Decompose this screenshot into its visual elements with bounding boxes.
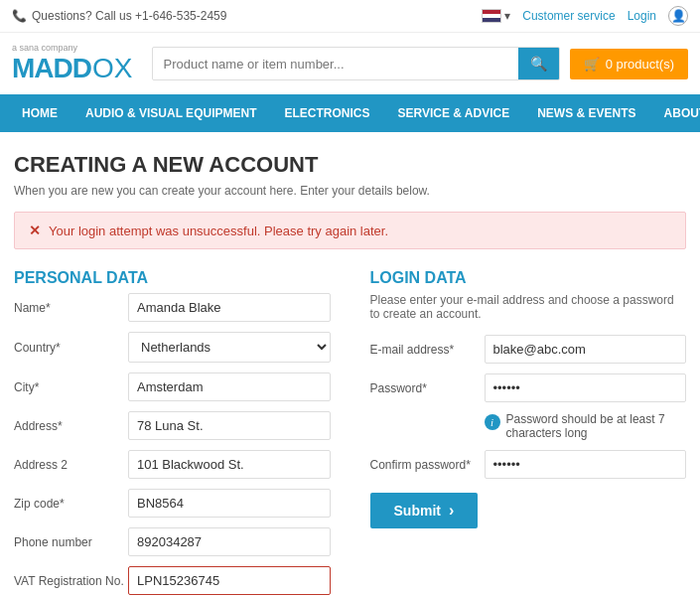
email-input[interactable]: [485, 335, 687, 364]
login-data-desc: Please enter your e-mail address and cho…: [370, 293, 687, 321]
flag-icon: [482, 9, 501, 23]
cart-icon: 🛒: [584, 57, 600, 72]
zipcode-row: Zip code*: [14, 489, 331, 518]
vat-row: VAT Registration No.: [14, 566, 331, 595]
submit-arrow-icon: ›: [449, 502, 454, 520]
search-bar: 🔍: [152, 47, 559, 80]
phone-text: Questions? Call us +1-646-535-2459: [32, 9, 226, 23]
email-label: E-mail address*: [370, 343, 485, 357]
password-label: Password*: [370, 381, 485, 395]
city-label: City*: [14, 380, 128, 394]
confirm-password-input[interactable]: [485, 450, 687, 479]
nav-item-about[interactable]: ABOUT US: [650, 94, 700, 132]
customer-service-link[interactable]: Customer service: [522, 9, 615, 23]
password-input[interactable]: [485, 373, 687, 402]
flag-dropdown-icon: ▾: [504, 9, 510, 23]
personal-data-section: PERSONAL DATA Name* Country* Netherlands…: [14, 269, 331, 596]
nav-item-electronics[interactable]: ELECTRONICS: [270, 94, 383, 132]
password-hint: Password should be at least 7 characters…: [506, 412, 687, 440]
nav-item-audio[interactable]: AUDIO & VISUAL EQUIPMENT: [71, 94, 270, 132]
name-input[interactable]: [128, 293, 331, 322]
top-bar-right: ▾ Customer service Login 👤: [482, 6, 688, 26]
error-icon: ✕: [29, 223, 41, 238]
login-data-section: LOGIN DATA Please enter your e-mail addr…: [370, 269, 687, 596]
logo[interactable]: MADDOX: [12, 53, 132, 84]
error-banner: ✕ Your login attempt was unsuccessful. P…: [14, 212, 686, 249]
city-row: City*: [14, 372, 331, 401]
personal-data-title: PERSONAL DATA: [14, 269, 331, 287]
search-input[interactable]: [153, 49, 517, 79]
country-select[interactable]: Netherlands: [128, 332, 331, 363]
name-row: Name*: [14, 293, 331, 322]
top-bar: 📞 Questions? Call us +1-646-535-2459 ▾ C…: [0, 0, 700, 33]
top-bar-left: 📞 Questions? Call us +1-646-535-2459: [12, 9, 226, 23]
password-hint-row: i Password should be at least 7 characte…: [370, 412, 687, 440]
page-subtitle: When you are new you can create your acc…: [14, 184, 686, 198]
city-input[interactable]: [128, 372, 331, 401]
confirm-password-row: Confirm password*: [370, 450, 687, 479]
confirm-password-label: Confirm password*: [370, 458, 485, 472]
page-title: CREATING A NEW ACCOUNT: [14, 152, 686, 178]
form-columns: PERSONAL DATA Name* Country* Netherlands…: [14, 269, 686, 596]
info-icon: i: [485, 414, 500, 430]
address-label: Address*: [14, 419, 128, 433]
address2-input[interactable]: [128, 450, 331, 479]
phone-row: Phone number: [14, 527, 331, 556]
logo-mad: MAD: [12, 53, 72, 84]
logo-ox: OX: [92, 53, 132, 84]
language-selector[interactable]: ▾: [482, 9, 510, 23]
error-message: Your login attempt was unsuccessful. Ple…: [49, 224, 388, 238]
nav-item-home[interactable]: HOME: [8, 94, 71, 132]
logo-wrap: a sana company MADDOX: [12, 43, 132, 84]
phone-icon: 📞: [12, 9, 27, 23]
logo-d: D: [72, 53, 92, 84]
address2-row: Address 2: [14, 450, 331, 479]
nav-item-service[interactable]: SERVICE & ADVICE: [383, 94, 523, 132]
password-row: Password*: [370, 373, 687, 402]
login-data-title: LOGIN DATA: [370, 269, 687, 287]
login-link[interactable]: Login: [628, 9, 656, 23]
zipcode-label: Zip code*: [14, 497, 128, 511]
nav-item-news[interactable]: NEWS & EVENTS: [523, 94, 649, 132]
country-label: Country*: [14, 341, 128, 355]
main-nav: HOME AUDIO & VISUAL EQUIPMENT ELECTRONIC…: [0, 94, 700, 132]
address-row: Address*: [14, 411, 331, 440]
country-row: Country* Netherlands: [14, 332, 331, 363]
vat-input[interactable]: [128, 566, 331, 595]
submit-label: Submit: [394, 503, 441, 519]
address2-label: Address 2: [14, 458, 128, 472]
header: a sana company MADDOX 🔍 🛒 0 product(s): [0, 33, 700, 94]
address-input[interactable]: [128, 411, 331, 440]
logo-sub: a sana company: [12, 43, 132, 53]
cart-label: 0 product(s): [606, 57, 674, 72]
cart-button[interactable]: 🛒 0 product(s): [570, 49, 688, 79]
vat-label: VAT Registration No.: [14, 574, 128, 588]
name-label: Name*: [14, 301, 128, 315]
submit-button[interactable]: Submit ›: [370, 493, 479, 528]
zipcode-input[interactable]: [128, 489, 331, 518]
email-row: E-mail address*: [370, 335, 687, 364]
content: CREATING A NEW ACCOUNT When you are new …: [0, 132, 700, 596]
phone-label: Phone number: [14, 535, 128, 549]
user-icon[interactable]: 👤: [668, 6, 688, 26]
phone-input[interactable]: [128, 527, 331, 556]
search-button[interactable]: 🔍: [518, 48, 559, 79]
